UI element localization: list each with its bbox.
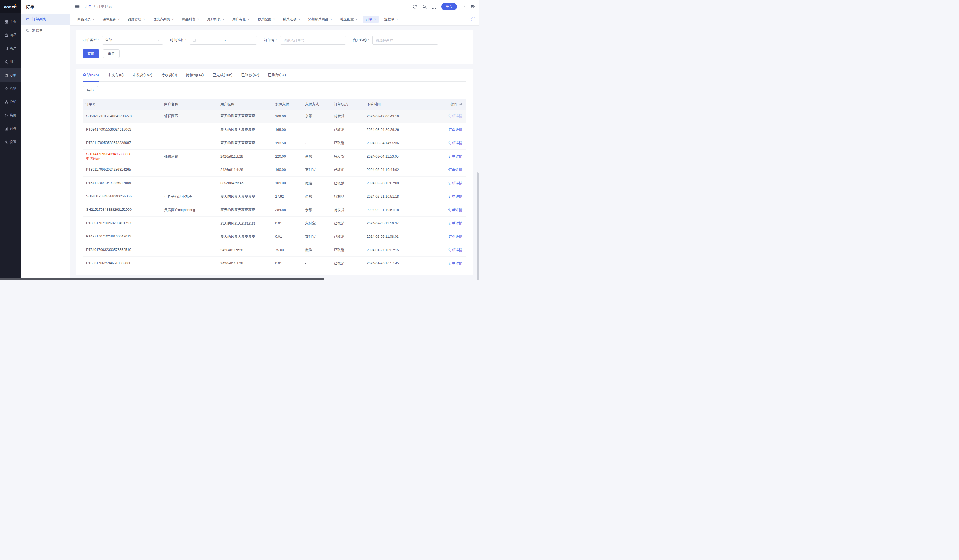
- workspace-tab[interactable]: 优惠券列表 ×: [151, 16, 176, 23]
- nickname-cell: 2426a811cb28: [218, 257, 272, 270]
- nav-item[interactable]: 财务: [0, 122, 21, 135]
- workspace-tab[interactable]: 商品分类 ×: [75, 16, 97, 23]
- nav-item[interactable]: 设置: [0, 135, 21, 149]
- close-icon[interactable]: ×: [92, 18, 95, 21]
- close-icon[interactable]: ×: [330, 18, 332, 21]
- fullscreen-icon[interactable]: [432, 4, 436, 9]
- order-status-cell: 已取消: [331, 243, 364, 257]
- horizontal-scrollbar[interactable]: [0, 278, 324, 280]
- nav-item[interactable]: 主页: [0, 15, 21, 29]
- search-icon[interactable]: [422, 4, 427, 9]
- chevron-down-icon[interactable]: [462, 5, 465, 8]
- nav-item[interactable]: 分销: [0, 95, 21, 108]
- page-content: 订单类型： 全部 时间选择： - 订单号： 商户名称：: [70, 25, 480, 280]
- merchant-cell: 轩轩商店: [161, 110, 218, 123]
- workspace-tab[interactable]: 社区配置 ×: [338, 16, 360, 23]
- close-icon[interactable]: ×: [118, 18, 120, 21]
- order-detail-link[interactable]: 订单详情: [448, 208, 462, 212]
- workspace-tab[interactable]: 退款单 ×: [382, 16, 401, 23]
- order-detail-link[interactable]: 订单详情: [448, 221, 462, 225]
- status-tab[interactable]: 待核销(14): [186, 73, 204, 81]
- nav-item[interactable]: 商户: [0, 42, 21, 55]
- close-icon[interactable]: ×: [172, 18, 174, 21]
- order-status-cell: 待发货: [331, 150, 364, 163]
- order-time-cell: 2024-01-26 16:57:45: [364, 257, 431, 270]
- status-tab[interactable]: 未发货(157): [132, 73, 153, 81]
- table-row: PT340170632303576552510 2426a811cb28 75.…: [83, 243, 467, 257]
- merchant-input[interactable]: [375, 38, 435, 43]
- status-tab[interactable]: 已退款(67): [241, 73, 259, 81]
- order-detail-link[interactable]: 订单详情: [448, 275, 462, 275]
- order-no-input[interactable]: [283, 38, 343, 43]
- date-range-picker[interactable]: -: [190, 35, 257, 45]
- order-no: PT571170910402846917895: [86, 181, 159, 185]
- vertical-scrollbar[interactable]: [477, 172, 479, 280]
- workspace-tab[interactable]: 秒杀活动 ×: [280, 16, 303, 23]
- status-tab-label: 未发货(157): [132, 73, 153, 77]
- workspace-tab[interactable]: 用户列表 ×: [205, 16, 227, 23]
- nav-item[interactable]: 商品: [0, 29, 21, 42]
- tab-list-icon[interactable]: [471, 17, 476, 22]
- status-tab[interactable]: 已完成(106): [213, 73, 233, 81]
- menu-toggle-icon[interactable]: [75, 4, 80, 9]
- order-detail-link[interactable]: 订单详情: [448, 181, 462, 185]
- nav-item[interactable]: 装修: [0, 108, 21, 122]
- nav-item[interactable]: 用户: [0, 55, 21, 68]
- close-icon[interactable]: ×: [396, 18, 398, 21]
- workspace-tab[interactable]: 保障服务 ×: [100, 16, 123, 23]
- table-row: PT653170625946510682886 2426a811cb28 0.0…: [83, 257, 467, 270]
- status-tab[interactable]: 未支付(0): [108, 73, 124, 81]
- export-button[interactable]: 导出: [83, 86, 98, 94]
- workspace-tab[interactable]: 商品列表 ×: [180, 16, 202, 23]
- pay-amount-cell: 0.01: [272, 257, 303, 270]
- logo[interactable]: crmeb: [0, 0, 21, 13]
- gear-icon[interactable]: [470, 4, 475, 9]
- search-button[interactable]: 查询: [83, 49, 99, 58]
- status-tab-label: 已完成(106): [213, 73, 233, 77]
- workspace-tab[interactable]: 订单 ×: [363, 16, 379, 23]
- submenu-item[interactable]: 订单列表: [21, 14, 70, 25]
- column-settings-icon[interactable]: [459, 102, 462, 106]
- platform-button[interactable]: 平台: [441, 3, 457, 10]
- status-tab[interactable]: 全部(575): [83, 73, 99, 81]
- breadcrumb-parent[interactable]: 订单: [84, 4, 92, 9]
- close-icon[interactable]: ×: [248, 18, 250, 21]
- close-icon[interactable]: ×: [143, 18, 145, 21]
- order-detail-link[interactable]: 订单详情: [448, 248, 462, 252]
- order-detail-link[interactable]: 订单详情: [448, 261, 462, 265]
- nav-item[interactable]: 订单: [0, 68, 21, 82]
- close-icon[interactable]: ×: [374, 18, 376, 21]
- close-icon[interactable]: ×: [298, 18, 300, 21]
- status-tab[interactable]: 待收货(0): [161, 73, 177, 81]
- order-time-cell: 2024-02-21 10:51:18: [364, 190, 431, 203]
- pay-amount-cell: 284.88: [272, 203, 303, 216]
- close-icon[interactable]: ×: [355, 18, 358, 21]
- workspace-tab[interactable]: 秒杀配置 ×: [255, 16, 277, 23]
- nav-item[interactable]: 营销: [0, 82, 21, 95]
- submenu-item[interactable]: 退款单: [21, 25, 70, 36]
- workspace-tab-label: 添加秒杀商品: [308, 17, 328, 22]
- order-detail-link[interactable]: 订单详情: [448, 127, 462, 132]
- reset-button[interactable]: 重置: [103, 49, 119, 58]
- table-row: PT571170910402846917895 685e8847de4a 109…: [83, 177, 467, 190]
- close-icon[interactable]: ×: [222, 18, 225, 21]
- goods-icon: [4, 33, 8, 37]
- pay-amount-cell: 169.00: [272, 123, 303, 137]
- table-row: PT355170710263793491797 夏天的风夏天夏夏夏夏 0.01 …: [83, 216, 467, 230]
- workspace-tab-label: 秒杀配置: [258, 17, 271, 22]
- close-icon[interactable]: ×: [197, 18, 199, 21]
- workspace-tab[interactable]: 品牌管理 ×: [126, 16, 148, 23]
- order-detail-link[interactable]: 订单详情: [448, 141, 462, 145]
- order-detail-link[interactable]: 订单详情: [448, 194, 462, 199]
- workspace-tab[interactable]: 添加秒杀商品 ×: [306, 16, 335, 23]
- refresh-icon[interactable]: [413, 4, 417, 9]
- order-detail-link[interactable]: 订单详情: [448, 234, 462, 239]
- column-header-label: 操作: [451, 102, 457, 106]
- close-icon[interactable]: ×: [273, 18, 275, 21]
- order-detail-link[interactable]: 订单详情: [448, 154, 462, 158]
- order-type-select[interactable]: 全部: [102, 35, 163, 45]
- status-tab[interactable]: 已删除(37): [268, 73, 286, 81]
- workspace-tab[interactable]: 用户有礼 ×: [230, 16, 252, 23]
- order-detail-link[interactable]: 订单详情: [448, 168, 462, 172]
- order-detail-link[interactable]: 订单详情: [448, 114, 462, 118]
